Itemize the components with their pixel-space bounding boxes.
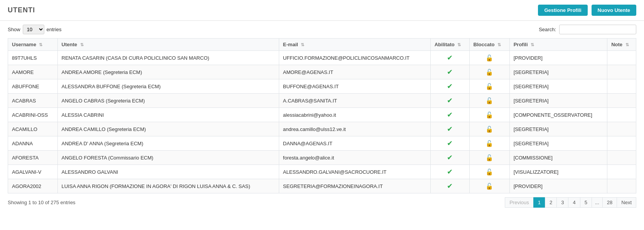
- table-controls: Show 10 25 50 100 entries Search:: [0, 21, 644, 38]
- cell-username: 89T7UHLS: [8, 51, 58, 65]
- cell-note: [607, 122, 636, 136]
- cell-abilitato: ✔: [430, 79, 469, 94]
- search-label: Search:: [539, 27, 556, 32]
- cell-bloccato: 🔓: [469, 94, 509, 108]
- users-table: Username ⇅ Utente ⇅ E-mail ⇅ Abilitato ⇅…: [8, 38, 636, 193]
- unlock-icon: 🔓: [486, 112, 493, 118]
- table-row: AGORA2002LUISA ANNA RIGON (FORMAZIONE IN…: [8, 179, 636, 193]
- cell-note: [607, 165, 636, 179]
- cell-bloccato: 🔓: [469, 179, 509, 193]
- sort-icon-bloccato: ⇅: [497, 42, 501, 47]
- pagination-page-4[interactable]: 4: [568, 197, 580, 208]
- col-utente[interactable]: Utente ⇅: [57, 39, 279, 51]
- cell-email: andrea.camillo@ulss12.ve.it: [279, 122, 430, 136]
- check-icon: ✔: [447, 54, 453, 62]
- cell-note: [607, 136, 636, 151]
- cell-username: ABUFFONE: [8, 79, 58, 94]
- check-icon: ✔: [447, 125, 453, 133]
- cell-note: [607, 65, 636, 79]
- pagination-ellipsis: ...: [592, 197, 603, 208]
- check-icon: ✔: [447, 168, 453, 176]
- cell-utente: LUISA ANNA RIGON (FORMAZIONE IN AGORA' D…: [57, 179, 279, 193]
- search-box: Search:: [539, 25, 636, 34]
- unlock-icon: 🔓: [486, 169, 493, 175]
- check-icon: ✔: [447, 97, 453, 104]
- cell-profili: [SEGRETERIA]: [509, 65, 607, 79]
- page-header: UTENTI Gestione Profili Nuovo Utente: [0, 0, 644, 21]
- cell-email: alessiacabrini@yahoo.it: [279, 108, 430, 122]
- show-entries: Show 10 25 50 100 entries: [8, 25, 62, 34]
- unlock-icon: 🔓: [486, 140, 493, 147]
- col-note[interactable]: Note ⇅: [607, 39, 636, 51]
- cell-abilitato: ✔: [430, 151, 469, 165]
- unlock-icon: 🔓: [486, 126, 493, 133]
- pagination-page-2[interactable]: 2: [545, 197, 557, 208]
- showing-text: Showing 1 to 10 of 275 entries: [8, 200, 76, 205]
- pagination-previous[interactable]: Previous: [505, 197, 534, 208]
- cell-email: AMORE@AGENAS.IT: [279, 65, 430, 79]
- col-email[interactable]: E-mail ⇅: [279, 39, 430, 51]
- cell-bloccato: 🔓: [469, 151, 509, 165]
- pagination-page-last[interactable]: 28: [602, 197, 617, 208]
- cell-utente: ALESSIA CABRINI: [57, 108, 279, 122]
- cell-bloccato: 🔓: [469, 122, 509, 136]
- show-label: Show: [8, 27, 20, 32]
- page-title: UTENTI: [8, 6, 35, 14]
- pagination-page-3[interactable]: 3: [556, 197, 568, 208]
- cell-email: ALESSANDRO.GALVANI@SACROCUORE.IT: [279, 165, 430, 179]
- col-profili[interactable]: Profili ⇅: [509, 39, 607, 51]
- pagination-next[interactable]: Next: [617, 197, 636, 208]
- col-username[interactable]: Username ⇅: [8, 39, 58, 51]
- cell-username: ACABRINI-OSS: [8, 108, 58, 122]
- unlock-icon: 🔓: [486, 97, 493, 104]
- check-icon: ✔: [447, 154, 453, 161]
- cell-profili: [PROVIDER]: [509, 51, 607, 65]
- cell-email: foresta.angelo@alice.it: [279, 151, 430, 165]
- cell-email: A.CABRAS@SANITA.IT: [279, 94, 430, 108]
- cell-abilitato: ✔: [430, 136, 469, 151]
- cell-profili: [VISUALIZZATORE]: [509, 165, 607, 179]
- cell-username: ACAMILLO: [8, 122, 58, 136]
- cell-utente: ANDREA D' ANNA (Segreteria ECM): [57, 136, 279, 151]
- table-wrapper: Username ⇅ Utente ⇅ E-mail ⇅ Abilitato ⇅…: [0, 38, 644, 193]
- cell-abilitato: ✔: [430, 122, 469, 136]
- table-row: ABUFFONEALESSANDRA BUFFONE (Segreteria E…: [8, 79, 636, 94]
- cell-bloccato: 🔓: [469, 65, 509, 79]
- table-row: AFORESTAANGELO FORESTA (Commissario ECM)…: [8, 151, 636, 165]
- cell-profili: [COMMISSIONE]: [509, 151, 607, 165]
- cell-bloccato: 🔓: [469, 79, 509, 94]
- new-user-button[interactable]: Nuovo Utente: [592, 5, 637, 16]
- cell-email: UFFICIO.FORMAZIONE@POLICLINICOSANMARCO.I…: [279, 51, 430, 65]
- cell-utente: RENATA CASARIN (CASA DI CURA POLICLINICO…: [57, 51, 279, 65]
- cell-abilitato: ✔: [430, 51, 469, 65]
- cell-profili: [SEGRETERIA]: [509, 79, 607, 94]
- cell-bloccato: 🔓: [469, 165, 509, 179]
- check-icon: ✔: [447, 139, 453, 147]
- sort-icon-email: ⇅: [301, 42, 304, 47]
- table-row: 89T7UHLSRENATA CASARIN (CASA DI CURA POL…: [8, 51, 636, 65]
- cell-profili: [SEGRETERIA]: [509, 122, 607, 136]
- cell-username: AGALVANI-V: [8, 165, 58, 179]
- cell-bloccato: 🔓: [469, 108, 509, 122]
- entries-label: entries: [47, 27, 62, 32]
- entries-select[interactable]: 10 25 50 100: [23, 25, 44, 34]
- cell-abilitato: ✔: [430, 179, 469, 193]
- cell-utente: ANDREA CAMILLO (Segreteria ECM): [57, 122, 279, 136]
- search-input[interactable]: [559, 25, 636, 34]
- cell-username: ACABRAS: [8, 94, 58, 108]
- pagination-page-1[interactable]: 1: [533, 197, 545, 208]
- cell-utente: ANGELO FORESTA (Commissario ECM): [57, 151, 279, 165]
- col-bloccato[interactable]: Bloccato ⇅: [469, 39, 509, 51]
- sort-icon-abilitato: ⇅: [457, 42, 461, 47]
- manage-profiles-button[interactable]: Gestione Profili: [538, 5, 587, 16]
- cell-utente: ANGELO CABRAS (Segreteria ECM): [57, 94, 279, 108]
- cell-bloccato: 🔓: [469, 136, 509, 151]
- pagination-page-5[interactable]: 5: [580, 197, 592, 208]
- cell-utente: ALESSANDRO GALVANI: [57, 165, 279, 179]
- sort-icon-username: ⇅: [39, 42, 42, 47]
- cell-username: AFORESTA: [8, 151, 58, 165]
- cell-abilitato: ✔: [430, 65, 469, 79]
- cell-note: [607, 108, 636, 122]
- col-abilitato[interactable]: Abilitato ⇅: [430, 39, 469, 51]
- cell-profili: [COMPONENTE_OSSERVATORE]: [509, 108, 607, 122]
